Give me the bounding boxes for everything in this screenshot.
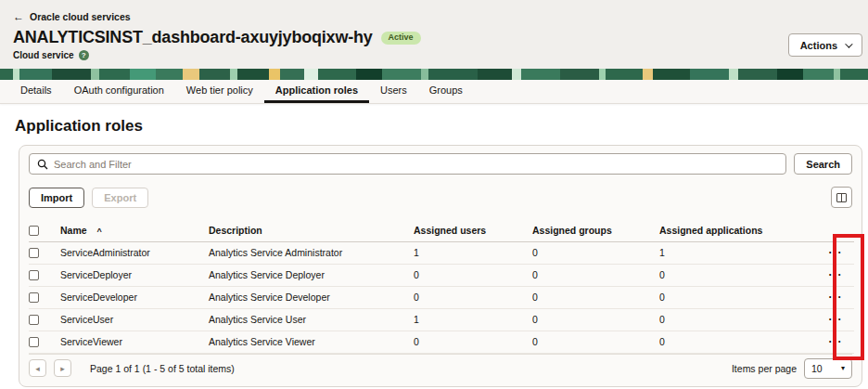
role-description: Analytics Service Developer — [209, 286, 414, 308]
assigned-groups-count: 0 — [532, 241, 659, 264]
row-checkbox[interactable] — [29, 270, 39, 280]
assigned-groups-count: 0 — [532, 286, 659, 308]
items-per-page-label: Items per page — [732, 363, 797, 374]
assigned-users-count: 1 — [414, 241, 532, 264]
role-description: Analytics Service Administrator — [209, 241, 414, 264]
status-badge: Active — [381, 32, 421, 45]
assigned-applications-count: 1 — [659, 241, 817, 264]
assigned-users-count: 0 — [414, 264, 532, 286]
search-icon — [37, 159, 48, 170]
tab-application-roles[interactable]: Application roles — [264, 80, 369, 103]
role-name: ServiceDeveloper — [60, 286, 209, 308]
chevron-down-icon — [845, 40, 852, 47]
help-icon[interactable]: ? — [79, 50, 89, 60]
section-title: Application roles — [15, 117, 853, 136]
caret-down-icon: ▾ — [841, 364, 845, 372]
app-header: ← Oracle cloud services ANALYTICSINST_da… — [0, 0, 868, 69]
role-name: ServiceViewer — [60, 331, 209, 353]
resource-type-label: Cloud service — [13, 50, 74, 60]
role-description: Analytics Service Viewer — [209, 331, 414, 353]
actions-button-label: Actions — [800, 40, 837, 51]
items-per-page-value: 10 — [811, 363, 823, 374]
row-actions-menu-button[interactable]: ··· — [825, 267, 847, 282]
tab-bar: Details OAuth configuration Web tier pol… — [0, 80, 868, 104]
assigned-users-count: 0 — [414, 331, 532, 353]
row-checkbox[interactable] — [29, 315, 39, 325]
toolbar-row: Import Export — [29, 187, 852, 208]
back-link-label: Oracle cloud services — [30, 11, 131, 22]
back-link[interactable]: ← Oracle cloud services — [13, 11, 131, 22]
tab-details[interactable]: Details — [9, 80, 63, 103]
assigned-users-count: 0 — [414, 286, 532, 308]
previous-page-button[interactable]: ◂ — [29, 359, 46, 377]
column-header-name[interactable]: Name — [60, 225, 87, 236]
page-title: ANALYTICSINST_dashboard-axuyjyboqixw-hy — [13, 28, 373, 47]
tab-users[interactable]: Users — [369, 80, 418, 103]
assigned-applications-count: 0 — [659, 286, 817, 308]
search-input[interactable] — [54, 159, 778, 170]
items-per-page-select[interactable]: 10 ▾ — [804, 358, 852, 379]
subtitle-row: Cloud service ? — [13, 50, 855, 60]
roles-panel: Search Import Export Name — [19, 145, 862, 387]
tab-oauth-configuration[interactable]: OAuth configuration — [63, 80, 175, 103]
assigned-groups-count: 0 — [532, 264, 659, 286]
assigned-applications-count: 0 — [659, 308, 817, 331]
table-row[interactable]: ServiceViewer Analytics Service Viewer 0… — [29, 331, 854, 353]
pagination-bar: ◂ ▸ Page 1 of 1 (1 - 5 of 5 total items)… — [29, 354, 852, 384]
next-page-button[interactable]: ▸ — [54, 359, 71, 377]
row-actions-menu-button[interactable]: ··· — [825, 290, 847, 305]
column-header-assigned-users: Assigned users — [414, 225, 486, 236]
search-input-wrapper — [29, 153, 786, 175]
row-actions-menu-button[interactable]: ··· — [825, 312, 847, 327]
column-header-description: Description — [209, 225, 262, 236]
pagination-summary: Page 1 of 1 (1 - 5 of 5 total items) — [90, 363, 235, 374]
assigned-groups-count: 0 — [532, 308, 659, 331]
manage-columns-button[interactable] — [831, 187, 852, 208]
select-all-checkbox[interactable] — [29, 226, 39, 236]
roles-table: Name ^ Description Assigned users Assign… — [29, 219, 854, 354]
search-button[interactable]: Search — [794, 153, 852, 175]
assigned-applications-count: 0 — [659, 331, 817, 353]
role-name: ServiceUser — [60, 308, 209, 331]
table-row[interactable]: ServiceUser Analytics Service User 1 0 0… — [29, 308, 854, 331]
row-checkbox[interactable] — [29, 248, 39, 258]
column-header-assigned-applications: Assigned applications — [659, 225, 762, 236]
page: ← Oracle cloud services ANALYTICSINST_da… — [0, 0, 868, 389]
assigned-applications-count: 0 — [659, 264, 817, 286]
tab-web-tier-policy[interactable]: Web tier policy — [175, 80, 264, 103]
back-arrow-icon: ← — [13, 11, 24, 22]
search-row: Search — [29, 153, 852, 175]
row-actions-menu-button[interactable]: ··· — [825, 245, 847, 260]
title-row: ANALYTICSINST_dashboard-axuyjyboqixw-hy … — [13, 28, 855, 47]
row-actions-menu-button[interactable]: ··· — [825, 334, 847, 349]
content: Application roles Search Import Export — [0, 117, 868, 387]
role-name: ServiceAdministrator — [60, 241, 209, 264]
columns-icon — [836, 193, 847, 202]
role-description: Analytics Service Deployer — [209, 264, 414, 286]
role-name: ServiceDeployer — [60, 264, 209, 286]
role-description: Analytics Service User — [209, 308, 414, 331]
table-row[interactable]: ServiceDeveloper Analytics Service Devel… — [29, 286, 854, 308]
export-button[interactable]: Export — [92, 188, 148, 208]
assigned-users-count: 1 — [414, 308, 532, 331]
assigned-groups-count: 0 — [532, 331, 659, 353]
import-button[interactable]: Import — [29, 188, 84, 208]
table-row[interactable]: ServiceDeployer Analytics Service Deploy… — [29, 264, 854, 286]
tab-groups[interactable]: Groups — [418, 80, 474, 103]
decorative-banner — [0, 69, 868, 80]
actions-button[interactable]: Actions — [788, 33, 862, 57]
row-checkbox[interactable] — [29, 292, 39, 303]
table-header-row: Name ^ Description Assigned users Assign… — [29, 219, 854, 241]
column-header-assigned-groups: Assigned groups — [532, 225, 612, 236]
row-checkbox[interactable] — [29, 337, 39, 347]
table-row[interactable]: ServiceAdministrator Analytics Service A… — [29, 241, 854, 264]
sort-ascending-icon: ^ — [97, 227, 102, 236]
